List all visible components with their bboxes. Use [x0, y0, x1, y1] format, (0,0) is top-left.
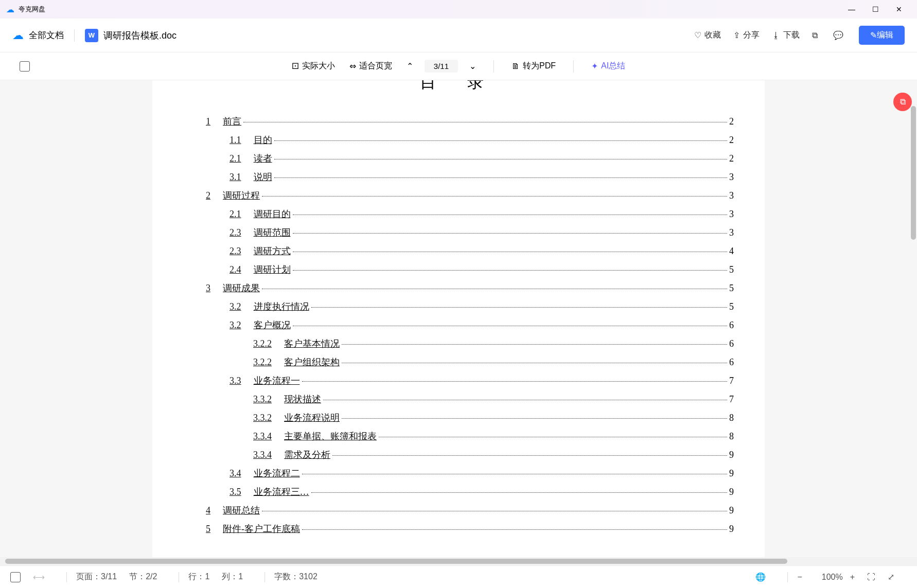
fit-button[interactable]: ⛶ [867, 573, 875, 582]
floating-action-button[interactable]: ⧉ [893, 93, 912, 111]
share-icon: ⇪ [733, 30, 740, 40]
ruler-button[interactable]: ⟷ [33, 572, 45, 582]
favorite-button[interactable]: ♡收藏 [694, 30, 721, 41]
window-close-button[interactable]: ✕ [887, 0, 911, 19]
toc-text: 客户组织架构 [284, 353, 340, 371]
toc-leader [379, 437, 727, 437]
next-page-button[interactable]: ⌄ [469, 61, 476, 71]
status-bar: ⟷ 页面：3/11 节：2/2 行：1 列：1 字数：3102 🌐 − 100%… [0, 565, 917, 588]
download-button[interactable]: ⭳下载 [772, 30, 800, 41]
chevron-up-icon: ⌃ [407, 61, 413, 71]
toc-text: 主要单据、账簿和报表 [284, 427, 377, 446]
zoom-out-button[interactable]: − [797, 573, 802, 582]
toc-text: 调研成果 [223, 279, 260, 297]
toc-leader [302, 529, 727, 530]
word-doc-icon: W [85, 29, 98, 42]
toc-entry[interactable]: 2调研过程3 [206, 186, 734, 205]
toc-number: 3.1 [230, 168, 241, 186]
actual-size-button[interactable]: ⚀实际大小 [292, 61, 335, 72]
toc-entry[interactable]: 2.1读者2 [230, 149, 734, 168]
toc-leader [293, 326, 728, 326]
toc-leader [342, 418, 727, 419]
toc-leader [274, 177, 728, 178]
pop-out-button[interactable]: ⧉ [812, 31, 821, 40]
to-pdf-button[interactable]: 🗎转为PDF [512, 61, 556, 72]
toc-text: 客户基本情况 [284, 334, 340, 353]
toc-entry[interactable]: 3.2.2客户基本情况6 [253, 334, 734, 353]
toc-text: 业务流程三… [254, 483, 309, 501]
language-button[interactable]: 🌐 [755, 572, 766, 582]
focus-icon: ⛶ [867, 573, 875, 582]
toc-page: 6 [729, 334, 734, 353]
toc-entry[interactable]: 4调研总结9 [206, 501, 734, 520]
ai-summary-button[interactable]: ✦AI总结 [591, 61, 625, 72]
view-toolbar: ⚀实际大小 ⇔适合页宽 ⌃ 3/11 ⌄ 🗎转为PDF ✦AI总结 [0, 52, 917, 80]
toc-entry[interactable]: 3.3.2业务流程说明8 [253, 408, 734, 427]
actual-size-label: 实际大小 [302, 61, 335, 72]
toc-text: 附件-客户工作底稿 [223, 520, 300, 538]
toc-leader [262, 289, 727, 289]
table-of-contents: 1前言21.1目的22.1读者23.1说明32调研过程32.1调研目的32.3调… [183, 112, 734, 538]
toc-entry[interactable]: 3.4业务流程二9 [230, 464, 734, 483]
comment-button[interactable]: 💬 [833, 30, 847, 40]
toc-entry[interactable]: 3.2.2客户组织架构6 [253, 353, 734, 371]
all-docs-link[interactable]: 全部文档 [29, 29, 64, 41]
window-maximize-button[interactable]: ☐ [863, 0, 887, 19]
page-indicator[interactable]: 3/11 [425, 60, 458, 73]
toc-leader [311, 307, 728, 308]
toc-page: 7 [729, 371, 734, 390]
toc-text: 目的 [254, 131, 272, 149]
toc-entry[interactable]: 2.1调研目的3 [230, 205, 734, 223]
toc-leader [293, 270, 728, 271]
toc-text: 需求及分析 [284, 446, 330, 464]
globe-icon: 🌐 [755, 572, 766, 582]
prev-page-button[interactable]: ⌃ [407, 61, 413, 71]
fullscreen-icon: ⤢ [888, 572, 894, 582]
toc-number: 2.3 [230, 223, 241, 242]
edit-button[interactable]: ✎编辑 [859, 26, 905, 45]
sidebar-toggle-button[interactable] [20, 61, 30, 72]
fullscreen-button[interactable]: ⤢ [888, 572, 894, 582]
toc-number: 3.3.4 [253, 427, 272, 446]
toc-entry[interactable]: 2.4调研计划5 [230, 260, 734, 279]
toc-entry[interactable]: 5附件-客户工作底稿9 [206, 520, 734, 538]
toc-entry[interactable]: 3.3业务流程一7 [230, 371, 734, 390]
scrollbar-thumb[interactable] [5, 559, 787, 564]
toc-entry[interactable]: 3.3.2现状描述7 [253, 390, 734, 408]
toc-page: 5 [729, 279, 734, 297]
toc-entry[interactable]: 2.3调研方式4 [230, 242, 734, 260]
toc-leader [262, 511, 727, 511]
toc-page: 3 [729, 223, 734, 242]
divider [264, 572, 265, 582]
toc-entry[interactable]: 3.2客户概况6 [230, 316, 734, 334]
toc-entry[interactable]: 3.3.4主要单据、账簿和报表8 [253, 427, 734, 446]
toc-number: 3.4 [230, 464, 241, 483]
toc-entry[interactable]: 1前言2 [206, 112, 734, 131]
ruler-icon: ⟷ [33, 572, 45, 582]
toc-entry[interactable]: 3.1说明3 [230, 168, 734, 186]
toc-page: 9 [729, 446, 734, 464]
vertical-scrollbar[interactable] [911, 106, 916, 240]
toc-entry[interactable]: 3.2进度执行情况5 [230, 297, 734, 316]
window-minimize-button[interactable]: — [840, 0, 863, 19]
to-pdf-label: 转为PDF [523, 61, 556, 72]
toc-entry[interactable]: 3.3.4需求及分析9 [253, 446, 734, 464]
toc-entry[interactable]: 3.5业务流程三…9 [230, 483, 734, 501]
toc-entry[interactable]: 3调研成果5 [206, 279, 734, 297]
document-viewport[interactable]: 目 录 1前言21.1目的22.1读者23.1说明32调研过程32.1调研目的3… [0, 80, 917, 557]
toc-text: 业务流程二 [254, 464, 300, 483]
zoom-in-button[interactable]: + [850, 573, 855, 582]
horizontal-scrollbar[interactable] [0, 557, 917, 565]
outline-button[interactable] [10, 572, 21, 582]
panel-icon [20, 61, 30, 72]
toc-entry[interactable]: 1.1目的2 [230, 131, 734, 149]
toc-page: 2 [729, 149, 734, 168]
fit-width-icon: ⇔ [349, 61, 356, 71]
toc-entry[interactable]: 2.3调研范围3 [230, 223, 734, 242]
share-button[interactable]: ⇪分享 [733, 30, 760, 41]
divider [179, 572, 179, 582]
fit-width-button[interactable]: ⇔适合页宽 [349, 61, 392, 72]
toc-text: 说明 [254, 168, 272, 186]
toc-leader [323, 400, 727, 400]
toc-number: 2.1 [230, 149, 241, 168]
